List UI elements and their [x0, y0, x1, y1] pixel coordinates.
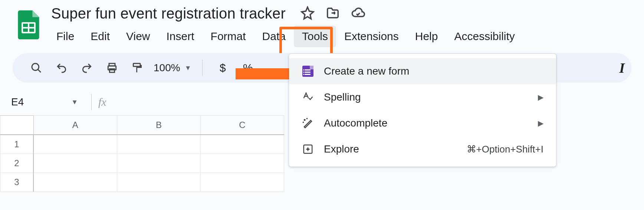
separator [91, 94, 92, 110]
cell[interactable] [117, 154, 201, 173]
row-header[interactable]: 2 [0, 154, 34, 173]
menu-format[interactable]: Format [203, 26, 254, 47]
zoom-select[interactable]: 100% ▼ [154, 62, 191, 74]
cell[interactable] [201, 135, 284, 154]
dropdown-item-create-form[interactable]: Create a new form [289, 58, 556, 84]
svg-point-3 [32, 63, 39, 70]
select-all-corner[interactable] [0, 116, 34, 135]
fx-icon: fx [98, 96, 106, 108]
spelling-icon [302, 91, 314, 104]
move-icon[interactable] [326, 6, 340, 22]
paint-format-button[interactable] [128, 59, 146, 77]
format-currency-button[interactable]: $ [214, 59, 231, 77]
sheets-app-icon[interactable] [18, 10, 39, 39]
column-header[interactable]: A [33, 116, 117, 135]
row-header[interactable]: 1 [0, 135, 34, 154]
dropdown-label: Create a new form [324, 65, 543, 77]
dropdown-label: Spelling [324, 91, 528, 103]
cell[interactable] [201, 154, 284, 173]
svg-line-4 [38, 69, 41, 72]
annotation-arrow [236, 68, 291, 79]
column-header[interactable]: B [117, 116, 201, 135]
menubar: File Edit View Insert Format Data Tools … [48, 26, 523, 47]
svg-rect-7 [109, 69, 114, 72]
cell[interactable] [117, 173, 201, 192]
menu-edit[interactable]: Edit [82, 26, 118, 47]
undo-button[interactable] [53, 59, 70, 77]
document-title[interactable]: Super fun event registration tracker [48, 4, 289, 23]
spreadsheet-grid[interactable]: A B C 1 2 3 [0, 115, 644, 192]
cell[interactable] [117, 135, 201, 154]
menu-insert[interactable]: Insert [158, 26, 203, 47]
cell[interactable] [33, 135, 117, 154]
toolbar-separator [202, 60, 203, 76]
zoom-value: 100% [154, 62, 180, 74]
dropdown-item-spelling[interactable]: Spelling ▶ [289, 84, 556, 110]
name-box[interactable]: E4 ▼ [10, 96, 85, 108]
menu-help[interactable]: Help [407, 26, 446, 47]
forms-icon [302, 65, 314, 78]
chevron-down-icon: ▼ [71, 98, 78, 106]
column-header[interactable]: C [201, 116, 284, 135]
chevron-down-icon: ▼ [185, 64, 191, 72]
redo-button[interactable] [78, 59, 96, 77]
submenu-arrow-icon: ▶ [538, 93, 543, 102]
header: Super fun event registration tracker Fil… [0, 0, 644, 47]
cloud-status-icon[interactable] [351, 6, 365, 22]
star-icon[interactable] [300, 6, 315, 22]
cell[interactable] [33, 173, 117, 192]
menu-file[interactable]: File [48, 26, 82, 47]
print-button[interactable] [103, 59, 121, 77]
row-header[interactable]: 3 [0, 173, 34, 192]
menu-extensions[interactable]: Extensions [336, 26, 407, 47]
menu-view[interactable]: View [118, 26, 158, 47]
menu-accessibility[interactable]: Accessibility [446, 26, 523, 47]
menu-data[interactable]: Data [254, 26, 294, 47]
cell[interactable] [201, 173, 284, 192]
search-button[interactable] [27, 59, 45, 77]
name-box-value: E4 [11, 96, 24, 108]
italic-button[interactable]: I [619, 60, 625, 76]
menu-tools[interactable]: Tools [294, 26, 336, 47]
cell[interactable] [33, 154, 117, 173]
svg-rect-8 [133, 63, 140, 66]
